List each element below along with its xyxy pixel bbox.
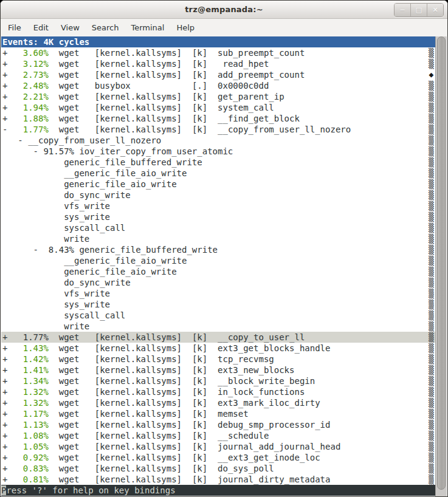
callchain-row[interactable]: - 8.43% generic_file_buffered_write▒ <box>1 244 436 255</box>
menu-bar: FileEditViewSearchTerminalHelp <box>1 19 447 36</box>
title-bar[interactable]: trz@empanada:~ ─□✕ <box>1 1 447 19</box>
tui-scrollbar-thumb-icon: ◆ <box>428 69 435 80</box>
entry-text: wget [kernel.kallsyms] [k] add_preempt_c… <box>49 70 305 80</box>
tui-scrollbar-track-icon: ▒ <box>428 146 435 157</box>
callchain-row[interactable]: write▒ <box>1 321 436 332</box>
callchain-text: vfs_write <box>2 201 110 211</box>
tui-scrollbar-track-icon: ▒ <box>428 386 435 397</box>
perf-entry-row[interactable]: + 1.42% wget [kernel.kallsyms] [k] tcp_r… <box>1 354 436 365</box>
menu-item-view[interactable]: View <box>55 23 86 32</box>
tui-scrollbar-track-icon: ▒ <box>428 91 435 102</box>
overhead-percent: 1.32% <box>7 398 48 408</box>
entry-text: wget [kernel.kallsyms] [k] __copy_from_u… <box>49 125 351 134</box>
tui-scrollbar-track-icon: ▒ <box>428 408 435 419</box>
perf-entry-row[interactable]: + 1.34% wget [kernel.kallsyms] [k] __blo… <box>1 375 436 386</box>
overhead-percent: 0.92% <box>7 453 48 462</box>
perf-entry-row[interactable]: + 2.48% wget busybox [.] 0x0000c0dd▒ <box>1 80 436 91</box>
perf-entry-row[interactable]: + 3.60% wget [kernel.kallsyms] [k] sub_p… <box>1 47 436 58</box>
callchain-text: __generic_file_aio_write <box>2 256 187 266</box>
tui-scrollbar-track-icon: ▒ <box>428 463 435 474</box>
scrollbar-thumb[interactable] <box>437 36 446 490</box>
overhead-percent: 1.77% <box>7 125 48 134</box>
menu-item-file[interactable]: File <box>2 23 27 32</box>
tui-scrollbar-track-icon: ▒ <box>428 233 435 244</box>
perf-entry-row[interactable]: + 1.32% wget [kernel.kallsyms] [k] in_lo… <box>1 386 436 397</box>
callchain-text: sys_write <box>2 212 110 222</box>
tui-scrollbar-track-icon: ▒ <box>428 266 435 277</box>
callchain-text: sys_write <box>2 300 110 309</box>
terminal-rows: + 3.60% wget [kernel.kallsyms] [k] sub_p… <box>1 47 436 485</box>
perf-entry-row[interactable]: + 2.73% wget [kernel.kallsyms] [k] add_p… <box>1 69 436 80</box>
callchain-row[interactable]: __generic_file_aio_write▒ <box>1 255 436 266</box>
terminal-screen[interactable]: Events: 4K cycles + 3.60% wget [kernel.k… <box>1 36 447 496</box>
menu-item-edit[interactable]: Edit <box>27 23 55 32</box>
callchain-row[interactable]: sys_write▒ <box>1 299 436 310</box>
perf-top-view: Events: 4K cycles + 3.60% wget [kernel.k… <box>1 36 436 496</box>
callchain-row[interactable]: __generic_file_aio_write▒ <box>1 168 436 179</box>
perf-entry-row[interactable]: + 1.43% wget [kernel.kallsyms] [k] ext3_… <box>1 343 436 354</box>
perf-entry-row[interactable]: + 1.05% wget [kernel.kallsyms] [k] journ… <box>1 441 436 452</box>
perf-entry-row[interactable]: + 0.92% wget [kernel.kallsyms] [k] __ext… <box>1 452 436 463</box>
scrollbar-track[interactable] <box>435 36 447 496</box>
callchain-row[interactable]: sys_write▒ <box>1 211 436 222</box>
callchain-text: generic_file_buffered_write <box>2 157 202 167</box>
overhead-percent: 1.08% <box>7 431 48 440</box>
tui-scrollbar-track-icon: ▒ <box>428 80 435 91</box>
tui-scrollbar-track-icon: ▒ <box>428 430 435 441</box>
callchain-row[interactable]: vfs_write▒ <box>1 288 436 299</box>
overhead-percent: 1.88% <box>7 114 48 123</box>
entry-text: wget [kernel.kallsyms] [k] memset <box>49 409 249 419</box>
overhead-percent: 1.42% <box>7 354 48 364</box>
tui-scrollbar-track-icon: ▒ <box>428 354 435 365</box>
overhead-percent: 1.32% <box>7 387 48 397</box>
perf-entry-row[interactable]: + 1.88% wget [kernel.kallsyms] [k] __fin… <box>1 113 436 124</box>
callchain-row[interactable]: syscall_call▒ <box>1 310 436 321</box>
overhead-percent: 1.13% <box>7 420 48 430</box>
minimize-button[interactable]: ─ <box>395 4 410 16</box>
callchain-row[interactable]: syscall_call▒ <box>1 222 436 233</box>
callchain-row[interactable]: write▒ <box>1 233 436 244</box>
overhead-percent: 3.60% <box>7 48 48 58</box>
callchain-text: - 91.57% iov_iter_copy_from_user_atomic <box>2 146 233 156</box>
callchain-row[interactable]: do_sync_write▒ <box>1 277 436 288</box>
perf-entry-row[interactable]: + 2.21% wget [kernel.kallsyms] [k] get_p… <box>1 91 436 102</box>
entry-text: wget [kernel.kallsyms] [k] get_parent_ip <box>49 92 284 101</box>
maximize-button[interactable]: □ <box>410 4 427 16</box>
minimize-icon: ─ <box>401 7 405 13</box>
perf-entry-row[interactable]: + 0.83% wget [kernel.kallsyms] [k] do_sy… <box>1 463 436 474</box>
overhead-percent: 0.83% <box>7 464 48 473</box>
callchain-row[interactable]: - __copy_from_user_ll_nozero▒ <box>1 135 436 146</box>
callchain-text: do_sync_write <box>2 278 131 287</box>
menu-item-terminal[interactable]: Terminal <box>125 23 170 32</box>
tui-scrollbar-track-icon: ▒ <box>428 474 435 485</box>
perf-entry-row[interactable]: - 1.77% wget [kernel.kallsyms] [k] __cop… <box>1 124 436 135</box>
callchain-text: do_sync_write <box>2 190 131 200</box>
entry-text: wget [kernel.kallsyms] [k] journal_dirty… <box>49 475 331 484</box>
callchain-text: - 8.43% generic_file_buffered_write <box>2 245 218 255</box>
perf-entry-row[interactable]: + 1.94% wget [kernel.kallsyms] [k] syste… <box>1 102 436 113</box>
menu-item-help[interactable]: Help <box>170 23 201 32</box>
callchain-row[interactable]: generic_file_aio_write▒ <box>1 266 436 277</box>
callchain-row[interactable]: do_sync_write▒ <box>1 190 436 201</box>
status-text: ress '?' for help on key bindings <box>6 485 175 495</box>
callchain-text: generic_file_aio_write <box>2 267 177 276</box>
entry-text: wget [kernel.kallsyms] [k] do_sys_poll <box>49 464 274 473</box>
perf-entry-row[interactable]: + 1.41% wget [kernel.kallsyms] [k] ext3_… <box>1 365 436 375</box>
callchain-row[interactable]: - 91.57% iov_iter_copy_from_user_atomic▒ <box>1 146 436 157</box>
perf-entry-row[interactable]: + 1.17% wget [kernel.kallsyms] [k] memse… <box>1 408 436 419</box>
perf-entry-row[interactable]: + 0.81% wget [kernel.kallsyms] [k] journ… <box>1 474 436 485</box>
perf-entry-row[interactable]: + 1.13% wget [kernel.kallsyms] [k] debug… <box>1 419 436 430</box>
perf-entry-row[interactable]: + 3.12% wget [kernel.kallsyms] [k] read_… <box>1 58 436 69</box>
callchain-row[interactable]: generic_file_buffered_write▒ <box>1 157 436 168</box>
perf-entry-row[interactable]: + 1.08% wget [kernel.kallsyms] [k] __sch… <box>1 430 436 441</box>
close-button[interactable]: ✕ <box>427 4 443 16</box>
perf-entry-row[interactable]: + 1.77% wget [kernel.kallsyms] [k] __cop… <box>1 332 436 343</box>
tui-scrollbar-track-icon: ▒ <box>428 113 435 124</box>
entry-text: wget [kernel.kallsyms] [k] debug_smp_pro… <box>49 420 331 430</box>
callchain-row[interactable]: vfs_write▒ <box>1 201 436 211</box>
perf-entry-row[interactable]: + 1.32% wget [kernel.kallsyms] [k] ext3_… <box>1 397 436 408</box>
menu-item-search[interactable]: Search <box>86 23 125 32</box>
window-title: trz@empanada:~ <box>185 5 263 14</box>
callchain-row[interactable]: generic_file_aio_write▒ <box>1 179 436 190</box>
overhead-percent: 1.43% <box>7 343 48 353</box>
